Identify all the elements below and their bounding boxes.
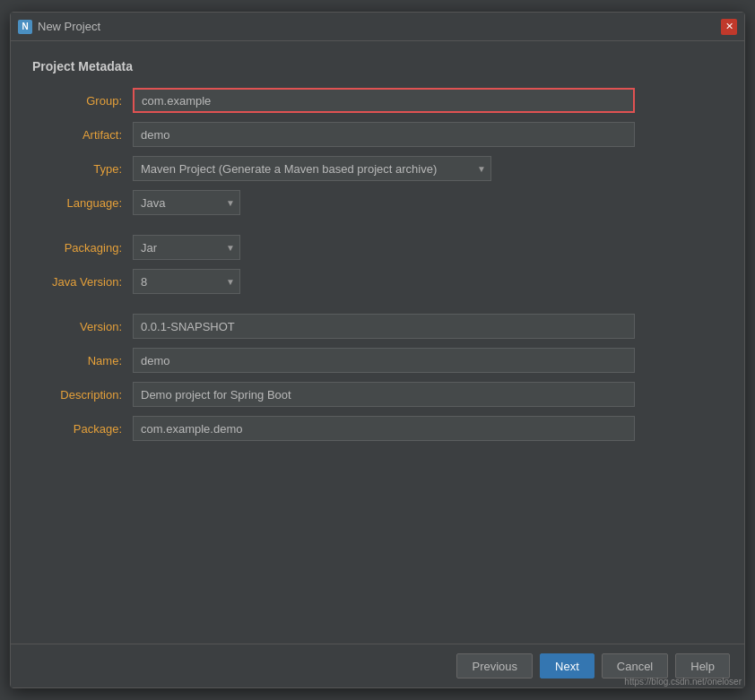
package-row: Package: — [32, 416, 723, 441]
group-input[interactable] — [133, 88, 635, 113]
description-label: Description: — [32, 388, 122, 402]
title-bar: N New Project ✕ — [11, 13, 744, 41]
group-row: Group: — [32, 88, 723, 113]
type-row: Type: Maven Project (Generate a Maven ba… — [32, 156, 723, 181]
section-title: Project Metadata — [32, 59, 723, 73]
next-button[interactable]: Next — [540, 653, 594, 678]
cancel-button[interactable]: Cancel — [602, 653, 668, 678]
type-select-wrap: Maven Project (Generate a Maven based pr… — [133, 156, 491, 181]
packaging-label: Packaging: — [32, 241, 122, 255]
type-select[interactable]: Maven Project (Generate a Maven based pr… — [133, 156, 491, 181]
description-row: Description: — [32, 382, 723, 407]
name-label: Name: — [32, 354, 122, 367]
description-input[interactable] — [133, 382, 635, 407]
group-label: Group: — [32, 94, 122, 108]
packaging-select-wrap: Jar War ▼ — [133, 235, 240, 260]
name-row: Name: — [32, 348, 723, 373]
packaging-select[interactable]: Jar War — [133, 235, 240, 260]
name-input[interactable] — [133, 348, 635, 373]
close-button[interactable]: ✕ — [721, 19, 737, 35]
previous-button[interactable]: Previous — [456, 653, 533, 678]
package-input[interactable] — [133, 416, 635, 441]
content-area: Project Metadata Group: Artifact: Type: … — [11, 41, 744, 644]
version-label: Version: — [32, 320, 122, 333]
artifact-input[interactable] — [133, 122, 635, 147]
window-icon: N — [18, 20, 32, 34]
packaging-row: Packaging: Jar War ▼ — [32, 235, 723, 260]
language-row: Language: Java Kotlin Groovy ▼ — [32, 190, 723, 215]
help-button[interactable]: Help — [675, 653, 730, 678]
version-row: Version: — [32, 314, 723, 339]
artifact-row: Artifact: — [32, 122, 723, 147]
artifact-label: Artifact: — [32, 128, 122, 142]
watermark: https://blog.csdn.net/oneloser — [624, 677, 742, 687]
java-version-row: Java Version: 8 11 17 ▼ — [32, 269, 723, 294]
type-label: Type: — [32, 162, 122, 176]
java-version-select-wrap: 8 11 17 ▼ — [133, 269, 240, 294]
language-label: Language: — [32, 196, 122, 210]
new-project-dialog: N New Project ✕ Project Metadata Group: … — [10, 12, 745, 688]
language-select[interactable]: Java Kotlin Groovy — [133, 190, 240, 215]
version-input[interactable] — [133, 314, 635, 339]
title-bar-left: N New Project — [18, 20, 100, 34]
java-version-select[interactable]: 8 11 17 — [133, 269, 240, 294]
package-label: Package: — [32, 422, 122, 436]
language-select-wrap: Java Kotlin Groovy ▼ — [133, 190, 240, 215]
window-title: New Project — [38, 20, 100, 33]
java-version-label: Java Version: — [32, 275, 122, 289]
